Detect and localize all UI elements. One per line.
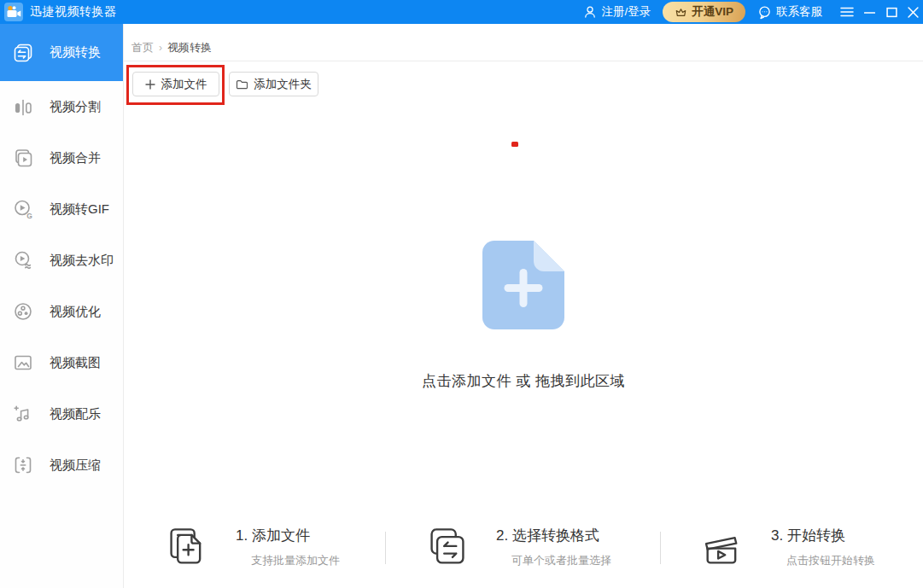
gif-icon: G bbox=[13, 199, 33, 219]
step-start-convert: 3. 开始转换 点击按钮开始转换 bbox=[700, 525, 875, 569]
app-window: 迅捷视频转换器 注册/登录 开通VIP bbox=[0, 0, 923, 588]
menu-icon[interactable] bbox=[836, 0, 858, 24]
dropzone-hint: 点击添加文件 或 拖拽到此区域 bbox=[422, 371, 625, 391]
breadcrumb-home[interactable]: 首页 bbox=[131, 40, 154, 55]
vip-label: 开通VIP bbox=[692, 4, 733, 20]
compress-icon bbox=[13, 455, 33, 475]
convert-icon bbox=[13, 43, 33, 63]
sidebar-item-remove-watermark[interactable]: 视频去水印 bbox=[0, 235, 123, 286]
step-text: 2. 选择转换格式 可单个或者批量选择 bbox=[496, 526, 611, 568]
remove-watermark-icon bbox=[13, 250, 33, 271]
screenshot-icon bbox=[13, 352, 33, 373]
sidebar-item-video-to-gif[interactable]: G 视频转GIF bbox=[0, 183, 123, 235]
music-icon bbox=[13, 404, 33, 424]
sidebar-item-video-optimize[interactable]: 视频优化 bbox=[0, 286, 123, 337]
sidebar-item-video-convert[interactable]: 视频转换 bbox=[0, 24, 123, 81]
breadcrumb-separator-icon: › bbox=[159, 42, 162, 54]
main-content: 首页 › 视频转换 添加文件 添加文件夹 bbox=[124, 24, 923, 588]
step-title: 2. 选择转换格式 bbox=[496, 526, 611, 545]
login-label: 注册/登录 bbox=[601, 4, 651, 20]
chat-bubble-icon bbox=[757, 5, 772, 20]
step-subtitle: 支持批量添加文件 bbox=[236, 553, 340, 568]
step-add-file: 1. 添加文件 支持批量添加文件 bbox=[165, 525, 340, 569]
annotation-dot bbox=[511, 142, 518, 147]
app-logo-icon bbox=[4, 3, 23, 21]
sidebar-item-label: 视频合并 bbox=[50, 150, 101, 166]
window-controls bbox=[836, 0, 923, 24]
support-label: 联系客服 bbox=[776, 4, 822, 20]
sidebar: 视频转换 视频分割 视频合并 bbox=[0, 24, 124, 588]
add-file-label: 添加文件 bbox=[161, 77, 207, 92]
sidebar-item-label: 视频转GIF bbox=[50, 201, 109, 218]
optimize-icon bbox=[13, 301, 33, 322]
clapperboard-play-icon bbox=[700, 525, 745, 569]
dropzone[interactable]: 点击添加文件 或 拖拽到此区域 bbox=[124, 195, 923, 434]
step-subtitle: 点击按钮开始转换 bbox=[771, 553, 875, 568]
sidebar-item-label: 视频截图 bbox=[50, 355, 101, 371]
divider bbox=[660, 532, 661, 564]
sidebar-item-video-merge[interactable]: 视频合并 bbox=[0, 132, 123, 183]
minimize-button[interactable] bbox=[858, 0, 880, 24]
crown-icon bbox=[675, 6, 687, 18]
step-title: 1. 添加文件 bbox=[236, 526, 340, 545]
vip-button[interactable]: 开通VIP bbox=[663, 2, 745, 22]
split-icon bbox=[13, 96, 33, 117]
login-button[interactable]: 注册/登录 bbox=[576, 4, 657, 20]
sidebar-item-video-compress[interactable]: 视频压缩 bbox=[0, 440, 123, 491]
add-folder-label: 添加文件夹 bbox=[254, 77, 312, 92]
sidebar-item-label: 视频配乐 bbox=[50, 406, 101, 422]
files-plus-icon bbox=[165, 525, 209, 569]
folder-icon bbox=[236, 79, 248, 90]
sidebar-item-label: 视频去水印 bbox=[50, 253, 114, 269]
sidebar-item-label: 视频转换 bbox=[50, 44, 101, 61]
maximize-button[interactable] bbox=[880, 0, 903, 24]
titlebar-left: 迅捷视频转换器 bbox=[0, 3, 117, 21]
sidebar-item-label: 视频压缩 bbox=[50, 457, 101, 474]
format-swap-icon bbox=[425, 525, 470, 569]
breadcrumb-current: 视频转换 bbox=[167, 40, 212, 55]
add-folder-button[interactable]: 添加文件夹 bbox=[229, 72, 318, 96]
step-text: 1. 添加文件 支持批量添加文件 bbox=[236, 526, 340, 568]
step-choose-format: 2. 选择转换格式 可单个或者批量选择 bbox=[425, 525, 611, 569]
sidebar-item-label: 视频分割 bbox=[50, 99, 101, 115]
sidebar-item-video-music[interactable]: 视频配乐 bbox=[0, 388, 123, 440]
add-file-button[interactable]: 添加文件 bbox=[132, 72, 219, 96]
close-button[interactable] bbox=[903, 0, 923, 24]
divider bbox=[124, 61, 923, 61]
step-subtitle: 可单个或者批量选择 bbox=[496, 553, 611, 568]
sidebar-item-video-screenshot[interactable]: 视频截图 bbox=[0, 337, 123, 388]
app-title: 迅捷视频转换器 bbox=[30, 4, 117, 20]
divider bbox=[385, 532, 386, 564]
sidebar-item-label: 视频优化 bbox=[50, 304, 101, 320]
plus-icon bbox=[145, 79, 155, 90]
svg-text:G: G bbox=[26, 212, 32, 220]
file-plus-icon bbox=[481, 239, 566, 331]
step-text: 3. 开始转换 点击按钮开始转换 bbox=[771, 526, 875, 568]
titlebar-right: 注册/登录 开通VIP bbox=[576, 0, 923, 24]
step-title: 3. 开始转换 bbox=[771, 526, 875, 545]
support-button[interactable]: 联系客服 bbox=[751, 4, 829, 20]
merge-icon bbox=[13, 148, 33, 168]
user-icon bbox=[583, 5, 597, 19]
breadcrumb: 首页 › 视频转换 bbox=[131, 40, 212, 55]
sidebar-item-video-split[interactable]: 视频分割 bbox=[0, 81, 123, 132]
titlebar: 迅捷视频转换器 注册/登录 开通VIP bbox=[0, 0, 923, 24]
